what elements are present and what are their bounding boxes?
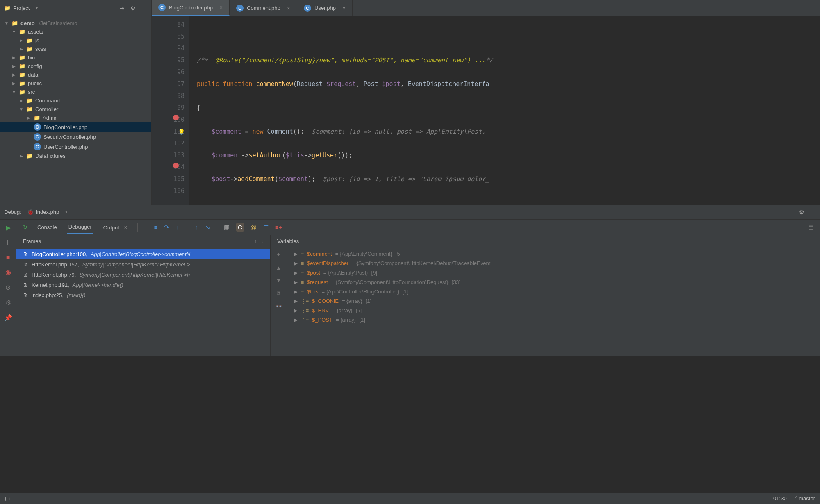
project-tree[interactable]: ▼ 📁 demo /JetBrains/demo ▼📁assets▶📁js▶📁s… — [0, 16, 152, 205]
frame-up-icon[interactable]: ↑ — [254, 238, 257, 244]
gutter-line[interactable]: 98 — [152, 90, 184, 102]
tree-item-scss[interactable]: ▶📁scss — [0, 45, 151, 53]
expand-icon[interactable]: ▶ — [294, 317, 298, 323]
tree-item-command[interactable]: ▶📁Command — [0, 96, 151, 105]
expand-icon[interactable]: ▶ — [19, 47, 24, 51]
cursor-position[interactable]: 101:30 — [770, 495, 787, 502]
expand-icon[interactable]: ▶ — [11, 81, 16, 86]
variable-item[interactable]: ▶⋮≡$_ENV = {array} [6] — [287, 306, 820, 315]
debug-session-tab[interactable]: 🐞 index.php × — [27, 209, 68, 215]
trace-icon[interactable]: C — [236, 223, 244, 232]
chevron-down-icon[interactable]: ▼ — [4, 21, 9, 25]
expand-icon[interactable]: ▶ — [11, 73, 16, 77]
view-breakpoints-button[interactable]: ◉ — [5, 268, 11, 276]
git-branch[interactable]: ᚶ master — [794, 495, 815, 502]
show-execution-point-icon[interactable]: ≡ — [154, 224, 158, 231]
expand-icon[interactable]: ▶ — [19, 38, 24, 43]
debugger-tab[interactable]: Debugger — [67, 220, 93, 234]
intention-bulb-icon[interactable]: 💡 — [178, 126, 185, 138]
gutter-line[interactable]: 85 — [152, 31, 184, 43]
tree-item-usercontroller-php[interactable]: CUserController.php — [0, 142, 151, 152]
gutter-line[interactable]: 100 — [152, 114, 184, 126]
gutter-line[interactable]: 95 — [152, 54, 184, 66]
pause-button[interactable]: ⏸ — [5, 239, 11, 246]
project-dropdown[interactable]: 📁 Project ▼ — [4, 5, 120, 11]
gutter-line[interactable]: 96 — [152, 66, 184, 78]
settings-icon[interactable]: ⚙ — [799, 209, 804, 216]
gutter-line[interactable]: 103 — [152, 150, 184, 161]
variable-item[interactable]: ▶≡$this = {App\Controller\BlogController… — [287, 287, 820, 296]
frame-item[interactable]: 🗎index.php:25, {main}() — [16, 290, 270, 300]
close-icon[interactable]: × — [65, 209, 68, 215]
resume-button[interactable]: ▶ — [6, 224, 11, 232]
expand-icon[interactable]: ▶ — [294, 288, 298, 295]
list-icon[interactable]: ☰ — [263, 224, 269, 231]
gutter-line[interactable]: 104 — [152, 161, 184, 173]
tree-item-admin[interactable]: ▶📁Admin — [0, 114, 151, 122]
expand-icon[interactable]: ▶ — [294, 307, 298, 313]
breakpoint-icon[interactable] — [173, 115, 179, 120]
step-into-icon[interactable]: ↓ — [176, 224, 179, 231]
tree-item-datafixtures[interactable]: ▶📁DataFixtures — [0, 152, 151, 160]
tab-user[interactable]: C User.php × — [297, 0, 353, 16]
gutter-line[interactable]: 97 — [152, 78, 184, 90]
add-icon[interactable]: ＋ — [276, 251, 281, 258]
tree-item-js[interactable]: ▶📁js — [0, 36, 151, 45]
minimize-icon[interactable]: — — [810, 209, 816, 216]
tree-item-bin[interactable]: ▶📁bin — [0, 53, 151, 62]
tab-comment[interactable]: C Comment.php × — [230, 0, 297, 16]
tree-item-securitycontroller-php[interactable]: CSecurityController.php — [0, 132, 151, 142]
output-tab[interactable]: Output × — [102, 221, 129, 234]
expand-icon[interactable]: ▼ — [11, 30, 16, 34]
tree-root[interactable]: ▼ 📁 demo /JetBrains/demo — [0, 19, 151, 27]
tree-item-config[interactable]: ▶📁config — [0, 62, 151, 70]
gutter-line[interactable]: 105 — [152, 173, 184, 185]
gutter-line[interactable]: 99 — [152, 102, 184, 114]
frame-item[interactable]: 🗎Kernel.php:191, App|Kernel->handle() — [16, 280, 270, 290]
expand-icon[interactable]: ▼ — [19, 107, 24, 111]
force-step-into-icon[interactable]: ↓ — [186, 224, 189, 231]
tool-window-icon[interactable]: ▢ — [5, 495, 10, 502]
gutter-line[interactable]: 94 — [152, 43, 184, 54]
tree-item-data[interactable]: ▶📁data — [0, 70, 151, 79]
collapse-icon[interactable]: ⇥ — [120, 5, 125, 11]
stop-button[interactable]: ■ — [6, 254, 10, 261]
expand-icon[interactable]: ▶ — [19, 154, 24, 158]
variable-item[interactable]: ▶⋮≡$_COOKIE = {array} [1] — [287, 296, 820, 306]
expand-icon[interactable]: ▶ — [294, 279, 298, 285]
run-to-cursor-icon[interactable]: ↘ — [205, 224, 210, 231]
tree-item-controller[interactable]: ▼📁Controller — [0, 105, 151, 114]
tree-item-blogcontroller-php[interactable]: CBlogController.php — [0, 122, 151, 132]
expand-icon[interactable]: ▼ — [11, 90, 16, 94]
close-icon[interactable]: × — [342, 5, 346, 11]
debug-settings-button[interactable]: ⚙ — [5, 299, 11, 306]
tab-blogcontroller[interactable]: C BlogController.php × — [152, 0, 230, 16]
close-icon[interactable]: × — [219, 4, 223, 11]
expand-icon[interactable]: ▶ — [294, 298, 298, 304]
frame-item[interactable]: 🗎HttpKernel.php:157, Symfony|Component|H… — [16, 259, 270, 270]
frame-item[interactable]: 🗎BlogController.php:100, App|Controller|… — [16, 249, 270, 259]
variables-list[interactable]: ▶≡$comment = {App\Entity\Comment} [5]▶≡$… — [287, 247, 820, 356]
gutter-line[interactable]: 84 — [152, 19, 184, 31]
step-out-icon[interactable]: ↑ — [195, 224, 198, 231]
expand-icon[interactable]: ▶ — [19, 98, 24, 103]
close-icon[interactable]: × — [124, 224, 127, 231]
tree-item-assets[interactable]: ▼📁assets — [0, 27, 151, 36]
variable-item[interactable]: ▶≡$post = {App\Entity\Post} [9] — [287, 268, 820, 277]
settings-icon[interactable]: ⚙ — [130, 5, 136, 11]
frame-item[interactable]: 🗎HttpKernel.php:79, Symfony|Component|Ht… — [16, 270, 270, 280]
expand-icon[interactable]: ▶ — [11, 64, 16, 68]
gutter-line[interactable]: 106 — [152, 185, 184, 197]
glasses-icon[interactable]: 👓 — [276, 303, 282, 309]
code-editor[interactable]: 8485949596979899100101102103104105106 💡 … — [152, 16, 820, 205]
frame-down-icon[interactable]: ↓ — [261, 238, 264, 244]
expand-icon[interactable]: ▶ — [294, 270, 298, 276]
pin-button[interactable]: 📌 — [4, 314, 12, 322]
frames-list[interactable]: 🗎BlogController.php:100, App|Controller|… — [16, 247, 270, 356]
up-icon[interactable]: ▲ — [276, 265, 281, 271]
at-icon[interactable]: @ — [251, 224, 257, 231]
minimize-icon[interactable]: — — [141, 5, 147, 11]
variable-item[interactable]: ▶≡$eventDispatcher = {Symfony\Component\… — [287, 259, 820, 268]
tree-item-src[interactable]: ▼📁src — [0, 88, 151, 96]
copy-icon[interactable]: ⧉ — [277, 290, 280, 297]
